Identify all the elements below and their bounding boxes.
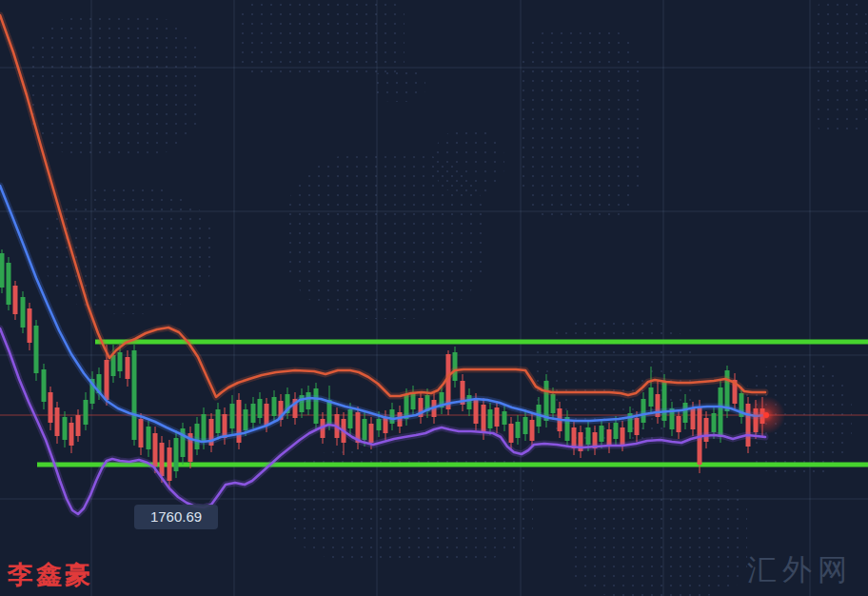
analyst-signature: 李鑫豪 bbox=[8, 558, 93, 592]
site-watermark: 汇外网 bbox=[747, 550, 853, 590]
price-label: 1760.69 bbox=[134, 505, 218, 529]
price-chart[interactable] bbox=[0, 0, 868, 596]
trading-chart-screen: 1760.69 李鑫豪 汇外网 bbox=[0, 0, 868, 596]
